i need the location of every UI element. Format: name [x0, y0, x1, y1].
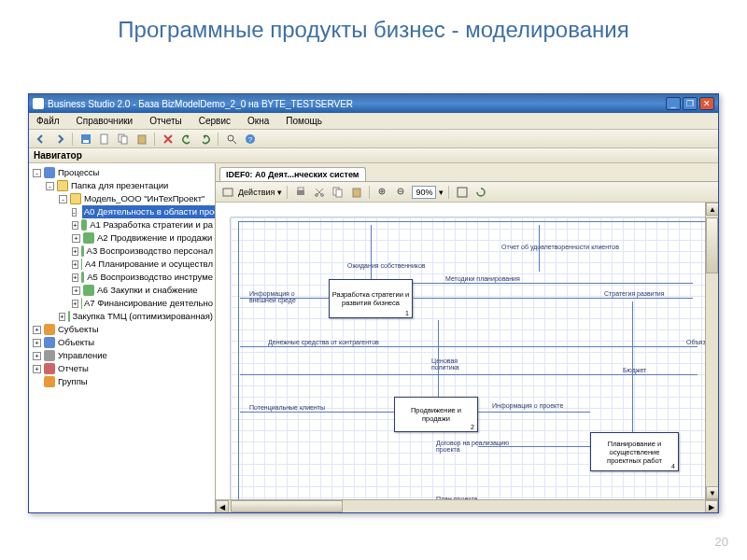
menu-bar: Файл Справочники Отчеты Сервис Окна Помо… — [29, 113, 718, 130]
tree-subjects[interactable]: +Субъекты — [31, 323, 213, 336]
actions-dropdown-icon[interactable] — [219, 184, 235, 200]
label-project-info: Информация о проекте — [492, 402, 563, 409]
svg-rect-4 — [121, 136, 127, 144]
tree-a0[interactable]: -А0 Деятельность в области прое — [31, 205, 213, 218]
cut-icon[interactable] — [311, 184, 327, 200]
svg-rect-11 — [298, 188, 303, 190]
zoom-value[interactable]: 90% — [412, 186, 436, 199]
app-window: Business Studio 2.0 - База BizModelDemo_… — [28, 93, 719, 513]
box-sales[interactable]: Продвижение и продажи2 — [394, 397, 478, 432]
svg-rect-1 — [83, 140, 89, 143]
undo-icon[interactable] — [178, 131, 194, 147]
tree-model[interactable]: -Модель_ООО "ИнТехПроект" — [31, 192, 213, 205]
find-icon[interactable] — [223, 131, 239, 147]
menu-directories[interactable]: Справочники — [73, 114, 137, 128]
navigator-label: Навигатор — [29, 148, 216, 163]
svg-rect-9 — [223, 189, 233, 196]
main-toolbar: ? — [29, 130, 718, 148]
menu-windows[interactable]: Окна — [244, 114, 273, 128]
refresh-icon[interactable] — [472, 184, 488, 200]
delete-icon[interactable] — [160, 131, 176, 147]
vertical-scrollbar[interactable]: ▲ ▼ — [705, 203, 718, 499]
actions-label[interactable]: Действия — [238, 188, 275, 197]
copy-icon-2[interactable] — [330, 184, 345, 200]
tree-groups[interactable]: Группы — [31, 375, 213, 388]
label-expectations: Ожидания собственников — [347, 262, 426, 269]
page-number: 20 — [715, 535, 728, 549]
slide-title: Программные продукты бизнес - моделирова… — [0, 0, 747, 49]
menu-service[interactable]: Сервис — [195, 114, 234, 128]
forward-icon[interactable] — [51, 131, 67, 147]
app-icon — [33, 98, 44, 109]
svg-text:?: ? — [247, 135, 252, 144]
tree-a6[interactable]: +А6 Закупки и снабжение — [31, 284, 213, 297]
tab-idef0[interactable]: IDEF0: А0 Деят...нческих систем — [219, 167, 366, 181]
print-icon[interactable] — [292, 184, 308, 200]
tree-reports[interactable]: +Отчеты — [31, 362, 213, 375]
copy-icon[interactable] — [115, 131, 131, 147]
zoom-in-icon[interactable] — [374, 184, 390, 200]
scroll-down-icon[interactable]: ▼ — [706, 486, 718, 499]
zoom-out-icon[interactable] — [393, 184, 409, 200]
tree-folder[interactable]: -Папка для презентации — [31, 179, 213, 192]
tree-management[interactable]: +Управление — [31, 349, 213, 362]
horizontal-scrollbar[interactable]: ◀ ▶ — [216, 499, 718, 512]
svg-rect-16 — [353, 189, 360, 197]
tree-root[interactable]: -Процессы — [31, 166, 213, 179]
window-titlebar[interactable]: Business Studio 2.0 - База BizModelDemo_… — [29, 94, 718, 113]
diagram-area: IDEF0: А0 Деят...нческих систем Действия… — [216, 163, 718, 512]
svg-rect-15 — [336, 189, 342, 197]
diagram-toolbar: Действия ▾ 90% ▾ — [216, 182, 718, 203]
window-title: Business Studio 2.0 - База BizModelDemo_… — [48, 99, 353, 109]
diagram-canvas[interactable]: Ожидания собственников Отчет об удовлетв… — [216, 203, 718, 512]
svg-rect-5 — [138, 135, 146, 144]
menu-help[interactable]: Помощь — [282, 114, 326, 128]
maximize-button[interactable]: ❐ — [683, 97, 698, 110]
tree-a1[interactable]: +А1 Разработка стратегии и ра — [31, 218, 213, 231]
scroll-up-icon[interactable]: ▲ — [706, 203, 718, 216]
box-strategy[interactable]: Разработка стратегии и развития бизнеса1 — [329, 279, 413, 318]
scroll-left-icon[interactable]: ◀ — [216, 500, 229, 512]
svg-rect-19 — [458, 188, 467, 197]
tree-view[interactable]: -Процессы -Папка для презентации -Модель… — [29, 163, 215, 391]
new-icon[interactable] — [96, 131, 112, 147]
minimize-button[interactable]: _ — [666, 97, 681, 110]
tree-a7[interactable]: +А7 Финансирование деятельно — [31, 297, 213, 310]
svg-rect-2 — [101, 134, 107, 144]
label-clients: Потенциальные клиенты — [249, 404, 325, 411]
label-methods: Методики планирования — [445, 275, 520, 282]
label-budget: Бюджет — [623, 367, 646, 373]
paste-icon[interactable] — [134, 131, 149, 147]
svg-rect-10 — [297, 190, 304, 195]
ruler-vertical — [216, 217, 231, 512]
ruler-horizontal — [231, 203, 718, 217]
back-icon[interactable] — [33, 131, 49, 147]
tree-a3[interactable]: +А3 Воспроизводство персонал — [31, 245, 213, 258]
box-planning[interactable]: Планирование и осуществление проектных р… — [590, 432, 679, 471]
save-icon[interactable] — [78, 131, 93, 147]
tree-a5[interactable]: +А5 Воспроизводство инструме — [31, 271, 213, 284]
paste-icon-2[interactable] — [348, 184, 364, 200]
svg-point-6 — [228, 135, 233, 141]
fit-icon[interactable] — [454, 184, 470, 200]
tree-a4[interactable]: +А4 Планирование и осуществл — [31, 258, 213, 271]
editor-tabs: IDEF0: А0 Деят...нческих систем — [216, 163, 718, 182]
tree-objects[interactable]: +Объекты — [31, 336, 213, 349]
help-icon[interactable]: ? — [242, 131, 258, 147]
diagram-grid: Ожидания собственников Отчет об удовлетв… — [231, 217, 718, 512]
menu-file[interactable]: Файл — [33, 114, 63, 128]
label-report: Отчет об удовлетворенности клиентов — [501, 244, 619, 250]
tree-zak[interactable]: +Закупка ТМЦ (оптимизированная) — [31, 310, 213, 323]
close-button[interactable]: ✕ — [699, 97, 714, 110]
label-obligations: Объяз — [686, 339, 706, 345]
label-external-info: Информация о внешней среде — [249, 290, 315, 303]
scroll-right-icon[interactable]: ▶ — [705, 500, 718, 512]
label-strategy-dev: Стратегия развития — [604, 290, 665, 297]
label-money: Денежные средства от контрагентов — [268, 339, 379, 345]
tree-a2[interactable]: +А2 Продвижение и продажи — [31, 231, 213, 245]
redo-icon[interactable] — [197, 131, 213, 147]
navigator-panel: -Процессы -Папка для презентации -Модель… — [29, 163, 216, 512]
menu-reports[interactable]: Отчеты — [146, 114, 186, 128]
